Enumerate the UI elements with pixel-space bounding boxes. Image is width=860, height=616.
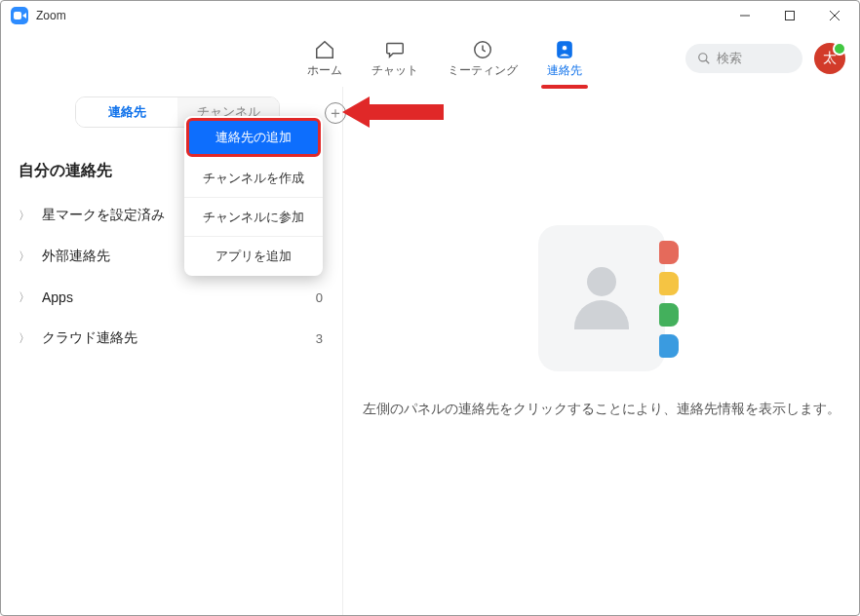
nav-meetings-label: ミーティング [448, 62, 518, 79]
tree-count: 3 [316, 331, 323, 346]
placeholder-hint: 左側のパネルの連絡先をクリックすることにより、連絡先情報を表示します。 [363, 401, 840, 418]
zoom-app-icon [11, 7, 28, 24]
user-avatar[interactable]: 太 [814, 43, 845, 74]
menu-add-app[interactable]: アプリを追加 [184, 237, 323, 276]
tree-item-apps[interactable]: 〉 Apps 0 [1, 277, 342, 318]
svg-rect-0 [786, 12, 795, 20]
nav-home[interactable]: ホーム [307, 39, 342, 79]
nav-chat-label: チャット [371, 62, 418, 79]
tree-label: 外部連絡先 [42, 248, 110, 265]
clock-icon [472, 39, 493, 60]
plus-icon: ＋ [328, 105, 343, 121]
add-menu: 連絡先の追加 チャンネルを作成 チャンネルに参加 アプリを追加 [184, 116, 323, 276]
close-button[interactable] [812, 1, 857, 30]
svg-point-4 [699, 54, 707, 61]
search-placeholder: 検索 [717, 50, 742, 67]
tab-contacts[interactable]: 連絡先 [76, 97, 177, 127]
person-icon [554, 39, 575, 60]
search-box[interactable]: 検索 [685, 44, 802, 73]
home-icon [314, 39, 335, 60]
tree-label: クラウド連絡先 [42, 329, 137, 347]
chevron-right-icon: 〉 [19, 249, 30, 265]
search-icon [697, 52, 711, 65]
title-bar: Zoom [1, 1, 859, 30]
person-silhouette-icon [574, 267, 629, 329]
menu-add-contact[interactable]: 連絡先の追加 [186, 118, 321, 157]
main-panel: 左側のパネルの連絡先をクリックすることにより、連絡先情報を表示します。 [342, 87, 859, 615]
minimize-button[interactable] [723, 1, 767, 30]
main-nav: ホーム チャット ミーティング 連絡先 [307, 39, 582, 79]
window-controls [723, 1, 857, 30]
avatar-initial: 太 [823, 50, 837, 67]
tree-count: 0 [316, 290, 323, 305]
color-tabs-icon [659, 241, 679, 358]
body: 連絡先 チャンネル ＋ 連絡先の追加 チャンネルを作成 チャンネルに参加 アプリ… [1, 87, 859, 615]
chevron-right-icon: 〉 [19, 289, 30, 306]
sidebar: 連絡先 チャンネル ＋ 連絡先の追加 チャンネルを作成 チャンネルに参加 アプリ… [1, 87, 342, 615]
tree-label: 星マークを設定済み [42, 207, 165, 224]
menu-create-channel[interactable]: チャンネルを作成 [184, 159, 323, 198]
nav-meetings[interactable]: ミーティング [448, 39, 518, 79]
nav-home-label: ホーム [307, 62, 342, 79]
svg-point-3 [562, 45, 567, 51]
nav-contacts-label: 連絡先 [547, 62, 582, 79]
header: ホーム チャット ミーティング 連絡先 検索 太 [1, 30, 859, 87]
tree-item-cloud[interactable]: 〉 クラウド連絡先 3 [1, 318, 342, 359]
window-title: Zoom [36, 9, 66, 22]
menu-join-channel[interactable]: チャンネルに参加 [184, 198, 323, 237]
nav-chat[interactable]: チャット [371, 39, 418, 79]
tree-label: Apps [42, 289, 73, 305]
nav-contacts[interactable]: 連絡先 [547, 39, 582, 79]
svg-marker-5 [342, 96, 444, 128]
annotation-arrow [342, 91, 450, 139]
chevron-right-icon: 〉 [19, 208, 30, 224]
maximize-button[interactable] [767, 1, 812, 30]
contacts-placeholder [538, 225, 665, 371]
chevron-right-icon: 〉 [19, 330, 30, 347]
chat-icon [384, 39, 406, 60]
